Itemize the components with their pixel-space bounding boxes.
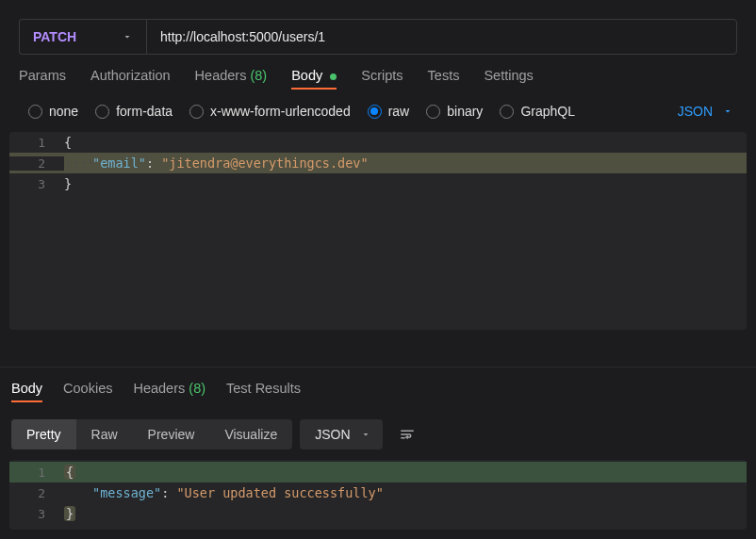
response-tabs: Body Cookies Headers (8) Test Results xyxy=(0,368,756,411)
body-type-binary[interactable]: binary xyxy=(426,104,483,119)
response-tab-headers[interactable]: Headers (8) xyxy=(133,381,205,401)
http-method-label: PATCH xyxy=(33,29,76,44)
response-panel: Body Cookies Headers (8) Test Results Pr… xyxy=(0,367,756,539)
tab-params[interactable]: Params xyxy=(19,68,66,89)
tab-body[interactable]: Body xyxy=(291,68,337,89)
view-pretty-button[interactable]: Pretty xyxy=(11,419,76,449)
tab-settings[interactable]: Settings xyxy=(484,68,533,89)
view-raw-button[interactable]: Raw xyxy=(76,419,133,449)
line-number: 1 xyxy=(9,466,64,480)
chevron-down-icon xyxy=(722,106,733,117)
response-view-mode: Pretty Raw Preview Visualize xyxy=(11,419,292,449)
url-input[interactable] xyxy=(146,19,737,55)
response-format-dropdown[interactable]: JSON xyxy=(300,419,382,449)
body-type-none[interactable]: none xyxy=(28,104,78,119)
response-tab-test-results[interactable]: Test Results xyxy=(226,381,301,401)
response-format-label: JSON xyxy=(315,427,350,442)
radio-icon xyxy=(500,105,514,119)
radio-icon xyxy=(426,105,440,119)
tab-headers[interactable]: Headers (8) xyxy=(195,68,268,89)
request-body-editor[interactable]: 1 { 2 ····"email": "jitendra@everythingc… xyxy=(9,132,747,330)
headers-count-badge: (8) xyxy=(250,68,267,83)
body-format-label: JSON xyxy=(678,104,713,119)
line-number: 3 xyxy=(9,507,64,521)
view-preview-button[interactable]: Preview xyxy=(133,419,210,449)
response-body-viewer[interactable]: 1 { 2 "message": "User updated successfu… xyxy=(9,460,747,530)
body-type-selector: none form-data x-www-form-urlencoded raw… xyxy=(0,100,756,132)
body-format-dropdown[interactable]: JSON xyxy=(678,104,737,119)
request-tabs: Params Authorization Headers (8) Body Sc… xyxy=(0,68,756,100)
request-bar: PATCH xyxy=(0,0,756,68)
response-tab-cookies[interactable]: Cookies xyxy=(63,381,112,401)
http-method-select[interactable]: PATCH xyxy=(19,19,146,55)
chevron-down-icon xyxy=(360,429,371,440)
response-headers-count-badge: (8) xyxy=(189,381,205,396)
tab-authorization[interactable]: Authorization xyxy=(90,68,171,89)
radio-icon xyxy=(95,105,109,119)
response-tab-body[interactable]: Body xyxy=(11,381,42,401)
body-type-form-data[interactable]: form-data xyxy=(95,104,173,119)
body-type-graphql[interactable]: GraphQL xyxy=(500,104,575,119)
response-toolbar: Pretty Raw Preview Visualize JSON xyxy=(0,411,756,460)
radio-icon xyxy=(368,105,382,119)
chevron-down-icon xyxy=(122,31,133,42)
line-number: 2 xyxy=(9,486,64,500)
body-type-urlencoded[interactable]: x-www-form-urlencoded xyxy=(189,104,351,119)
line-number: 2 xyxy=(9,156,64,171)
radio-icon xyxy=(28,105,42,119)
tab-headers-label: Headers xyxy=(195,68,247,83)
wrap-lines-button[interactable] xyxy=(390,418,424,450)
radio-icon xyxy=(189,105,204,119)
tab-scripts[interactable]: Scripts xyxy=(361,68,403,89)
wrap-icon xyxy=(399,426,416,443)
line-number: 3 xyxy=(9,177,64,191)
view-visualize-button[interactable]: Visualize xyxy=(209,419,292,449)
line-number: 1 xyxy=(9,136,64,150)
body-modified-indicator xyxy=(330,74,337,80)
tab-body-label: Body xyxy=(291,68,322,83)
response-tab-headers-label: Headers xyxy=(133,381,185,396)
body-type-raw[interactable]: raw xyxy=(368,104,410,119)
tab-tests[interactable]: Tests xyxy=(428,68,460,89)
